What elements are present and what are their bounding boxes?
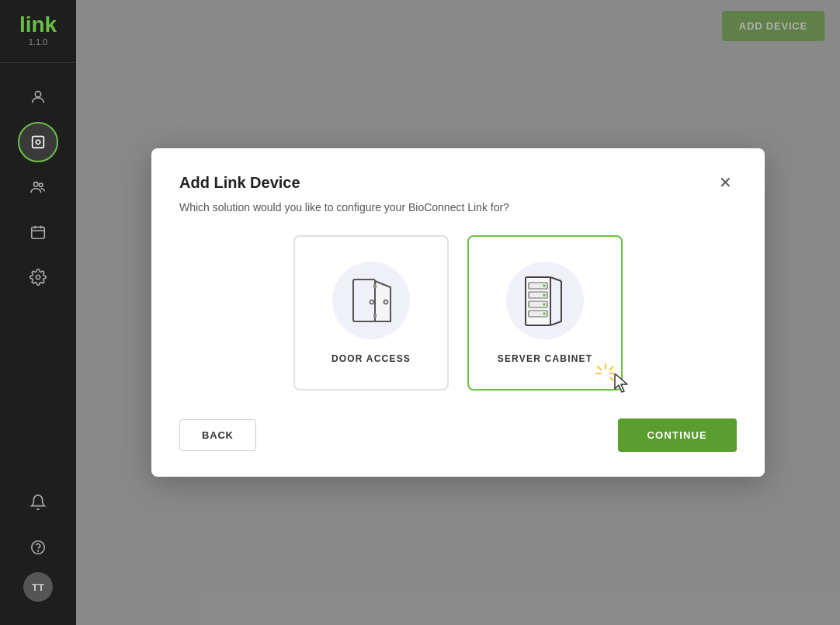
svg-rect-1 — [33, 137, 44, 148]
door-access-icon — [347, 273, 395, 328]
modal-subtitle: Which solution would you like to configu… — [179, 201, 737, 214]
options-row: DOOR ACCESS — [179, 235, 737, 391]
group-icon — [30, 179, 47, 196]
svg-point-0 — [35, 92, 40, 97]
click-burst-icon — [595, 363, 616, 384]
server-cabinet-label: SERVER CABINET — [498, 353, 593, 364]
svg-line-32 — [610, 377, 613, 380]
main-content: ADD DEVICE Add Link Device ✕ Which solut… — [76, 0, 840, 625]
help-icon — [30, 539, 47, 556]
svg-point-3 — [34, 182, 39, 187]
svg-line-26 — [550, 277, 561, 281]
click-cursor — [607, 377, 630, 397]
bell-icon — [30, 494, 47, 511]
sidebar-item-notifications[interactable] — [18, 482, 58, 523]
user-icon — [30, 89, 47, 106]
svg-point-25 — [543, 312, 546, 315]
mouse-cursor-icon — [613, 372, 630, 394]
calendar-icon — [30, 224, 47, 241]
svg-line-30 — [610, 366, 613, 370]
user-avatar[interactable]: TT — [23, 572, 53, 602]
door-access-icon-container — [332, 262, 410, 339]
server-cabinet-card[interactable]: SERVER CABINET — [467, 235, 623, 391]
svg-point-2 — [36, 140, 40, 144]
door-access-label: DOOR ACCESS — [331, 353, 411, 364]
svg-point-11 — [38, 550, 39, 551]
sidebar-item-help[interactable] — [18, 527, 58, 568]
sidebar-item-group[interactable] — [18, 167, 58, 207]
svg-marker-35 — [615, 373, 627, 392]
svg-point-9 — [36, 275, 40, 280]
back-button[interactable]: BACK — [179, 419, 256, 451]
modal-title: Add Link Device — [179, 174, 300, 192]
sidebar-item-schedule[interactable] — [18, 212, 58, 252]
svg-line-33 — [598, 366, 601, 370]
sidebar: link 1.1.0 — [0, 0, 76, 625]
settings-icon — [30, 269, 47, 286]
modal-header: Add Link Device ✕ — [179, 173, 737, 192]
device-icon — [30, 134, 47, 151]
add-device-modal: Add Link Device ✕ Which solution would y… — [151, 148, 765, 477]
sidebar-bottom: TT — [18, 482, 58, 609]
svg-point-22 — [543, 284, 546, 287]
logo-text: link — [19, 14, 57, 36]
modal-overlay: Add Link Device ✕ Which solution would y… — [76, 0, 840, 625]
svg-rect-13 — [373, 284, 377, 288]
app-logo: link 1.1.0 — [0, 0, 76, 63]
sidebar-item-device[interactable] — [18, 122, 58, 162]
sidebar-item-settings[interactable] — [18, 257, 58, 297]
modal-close-button[interactable]: ✕ — [714, 173, 737, 192]
modal-footer: BACK CONTINUE — [179, 418, 737, 452]
door-access-card[interactable]: DOOR ACCESS — [293, 235, 449, 391]
sidebar-item-user[interactable] — [18, 77, 58, 117]
sidebar-nav — [0, 71, 76, 482]
logo-version: 1.1.0 — [29, 37, 47, 47]
svg-point-23 — [543, 293, 546, 297]
svg-line-27 — [550, 321, 561, 325]
svg-rect-5 — [32, 227, 45, 239]
svg-point-24 — [543, 303, 546, 306]
server-cabinet-icon — [522, 273, 568, 328]
server-cabinet-icon-container — [506, 262, 584, 339]
svg-rect-14 — [373, 314, 377, 318]
svg-point-16 — [370, 300, 374, 304]
svg-point-4 — [39, 183, 43, 187]
continue-button[interactable]: CONTINUE — [618, 418, 738, 452]
